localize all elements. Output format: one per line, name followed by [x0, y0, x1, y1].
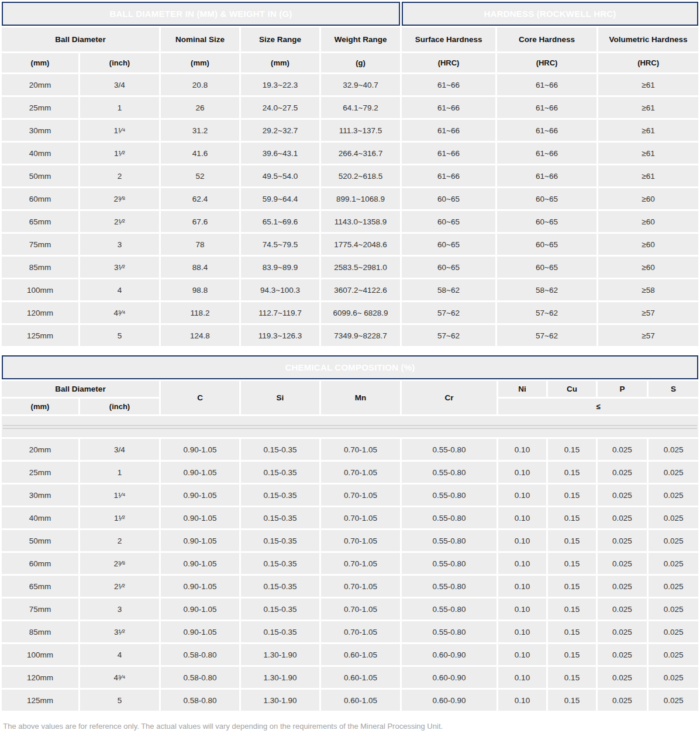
table-cell: 0.60-0.90	[402, 667, 496, 688]
table-cell: 0.025	[598, 507, 647, 528]
table-cell: ≥60	[598, 188, 698, 209]
banner-row: BALL DIAMETER IN (MM) & WEIGHT IN (G) HA…	[2, 2, 698, 26]
col-header-volumetric-hardness: Volumetric Hardness	[598, 27, 698, 51]
table-cell: 60~65	[497, 211, 596, 232]
table-row: 40mm1¹⁄²0.90-1.050.15-0.350.70-1.050.55-…	[2, 507, 698, 528]
table-cell: 0.70-1.05	[321, 507, 400, 528]
col-header-carbon: C	[161, 381, 239, 414]
table-cell: 0.025	[649, 553, 698, 574]
table-cell: 0.55-0.80	[402, 553, 496, 574]
table-cell: 60~65	[497, 188, 596, 209]
table-cell: 75mm	[2, 598, 78, 620]
unit-header-row: (mm) (inch) (mm) (mm) (g) (HRC) (HRC) (H…	[2, 53, 698, 72]
table-cell: 0.55-0.80	[402, 462, 496, 483]
table-cell: 1.30-1.90	[241, 644, 319, 665]
table-cell: 0.15	[548, 621, 596, 642]
table-cell: 1775.4~2048.6	[321, 234, 400, 255]
table-cell: 61~66	[497, 143, 596, 164]
table-cell: 0.025	[649, 644, 698, 665]
table-cell: 0.58-0.80	[161, 690, 239, 711]
table-cell: 60mm	[2, 188, 78, 209]
table-cell: 0.15-0.35	[241, 485, 319, 506]
table-cell: 0.15	[548, 462, 596, 483]
table-cell: 2	[80, 530, 159, 551]
table-cell: 25mm	[2, 97, 78, 118]
table-cell: 26	[161, 97, 239, 118]
table-cell: 40mm	[2, 507, 78, 528]
col-header-ball-diameter: Ball Diameter	[2, 381, 159, 397]
table-cell: 57~62	[402, 325, 495, 346]
table-cell: 30mm	[2, 485, 78, 506]
table-cell: 0.10	[498, 439, 546, 460]
table-cell: 0.15	[548, 690, 596, 711]
table-cell: 60~65	[402, 188, 495, 209]
table-cell: 65mm	[2, 211, 78, 232]
table-cell: ≥61	[598, 97, 698, 118]
table-cell: 60~65	[497, 234, 596, 255]
table-cell: 0.15	[548, 439, 596, 460]
table-cell: 0.70-1.05	[321, 553, 400, 574]
banner-row: CHEMICAL COMPOSITION (%)	[2, 355, 698, 379]
table-cell: 0.025	[598, 462, 647, 483]
table-cell: 20mm	[2, 74, 78, 95]
table-cell: 60~65	[402, 257, 495, 278]
header-body-divider	[2, 416, 698, 437]
unit-g: (g)	[321, 53, 400, 72]
table-cell: 57~62	[497, 325, 596, 346]
table-cell: 59.9~64.4	[241, 188, 319, 209]
table-cell: 0.90-1.05	[161, 485, 239, 506]
table-cell: 2¹⁄²	[80, 211, 159, 232]
table-cell: 3/4	[80, 74, 159, 95]
table-cell: 61~66	[497, 165, 596, 186]
table-cell: 1¹⁄⁴	[80, 120, 159, 141]
table-cell: 19.3~22.3	[241, 74, 319, 95]
table-cell: 20mm	[2, 439, 78, 460]
table-cell: 112.7~119.7	[241, 302, 319, 323]
table-cell: 94.3~100.3	[241, 279, 319, 300]
table-cell: 0.90-1.05	[161, 621, 239, 642]
table-cell: 74.5~79.5	[241, 234, 319, 255]
table-cell: 125mm	[2, 325, 78, 346]
table-cell: 3	[80, 234, 159, 255]
unit-hrc: (HRC)	[598, 53, 698, 72]
table-cell: 0.70-1.05	[321, 462, 400, 483]
table-cell: 0.025	[598, 485, 647, 506]
table-cell: 61~66	[402, 165, 495, 186]
table-row: 20mm3/420.819.3~22.332.9~40.761~6661~66≥…	[2, 74, 698, 95]
table-cell: 0.90-1.05	[161, 507, 239, 528]
table-cell: 1¹⁄²	[80, 507, 159, 528]
table-cell: 0.10	[498, 530, 546, 551]
table-cell: 0.70-1.05	[321, 530, 400, 551]
table-row: 40mm1¹⁄²41.639.6~43.1266.4~316.761~6661~…	[2, 143, 698, 164]
table-cell: 0.025	[649, 598, 698, 620]
table-cell: 40mm	[2, 143, 78, 164]
table-cell: 60~65	[402, 211, 495, 232]
table-row: 25mm12624.0~27.564.1~79.261~6661~66≥61	[2, 97, 698, 118]
table-row: 120mm4³⁄⁴118.2112.7~119.76099.6~ 6828.95…	[2, 302, 698, 323]
table-cell: 67.6	[161, 211, 239, 232]
table-cell: 0.90-1.05	[161, 530, 239, 551]
table1-banner-right: HARDNESS (ROCKWELL HRC)	[402, 2, 698, 26]
table-cell: 0.10	[498, 553, 546, 574]
table-cell: 0.55-0.80	[402, 485, 496, 506]
table-cell: 0.10	[498, 598, 546, 620]
table-cell: ≥60	[598, 234, 698, 255]
col-header-nickel: Ni	[498, 381, 546, 397]
table-cell: ≥61	[598, 74, 698, 95]
table-cell: 0.025	[649, 690, 698, 711]
table-cell: 41.6	[161, 143, 239, 164]
table-cell: 0.60-1.05	[321, 667, 400, 688]
table-cell: 0.90-1.05	[161, 576, 239, 597]
table-cell: 4	[80, 279, 159, 300]
table-cell: 0.025	[649, 485, 698, 506]
table-row: 75mm30.90-1.050.15-0.350.70-1.050.55-0.8…	[2, 598, 698, 620]
table-cell: 0.10	[498, 621, 546, 642]
table-cell: 85mm	[2, 621, 78, 642]
table1-banner-left: BALL DIAMETER IN (MM) & WEIGHT IN (G)	[2, 2, 400, 26]
table-cell: 0.70-1.05	[321, 621, 400, 642]
table-cell: 98.8	[161, 279, 239, 300]
table-cell: 65.1~69.6	[241, 211, 319, 232]
table-cell: 0.15-0.35	[241, 598, 319, 620]
table-cell: 0.70-1.05	[321, 485, 400, 506]
table-cell: 58~62	[497, 279, 596, 300]
